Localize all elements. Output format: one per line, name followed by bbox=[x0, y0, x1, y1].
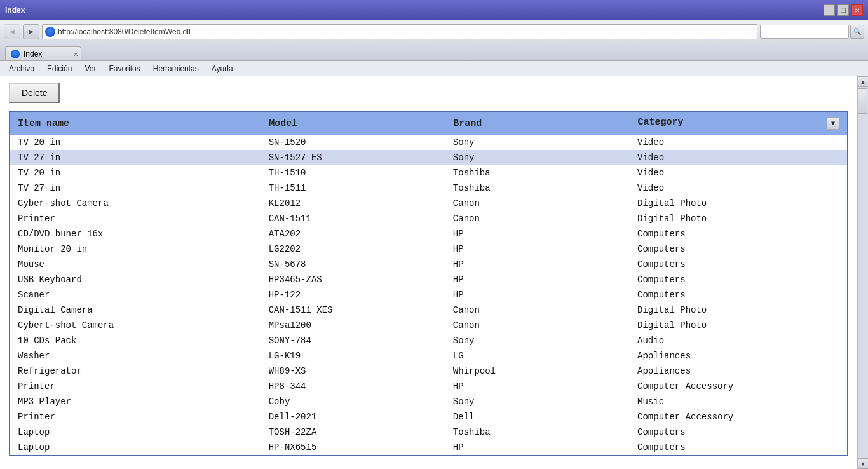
table-row[interactable]: PrinterCAN-1511CanonDigital Photo bbox=[10, 211, 848, 226]
data-table: Item name Model Brand Category ▼ TV 20 i… bbox=[9, 111, 848, 456]
scroll-up-button[interactable]: ▲ bbox=[858, 76, 869, 87]
cell-name: CD/DVD buner 16x bbox=[10, 226, 261, 241]
table-row[interactable]: Cyber-shot CameraKL2012CanonDigital Phot… bbox=[10, 196, 848, 211]
address-input[interactable] bbox=[58, 27, 754, 36]
cell-category: Appliances bbox=[630, 364, 848, 379]
table-row[interactable]: TV 27 inTH-1511ToshibaVideo bbox=[10, 180, 848, 196]
cell-category: Computers bbox=[630, 425, 848, 440]
cell-brand: HP bbox=[445, 287, 630, 302]
table-row[interactable]: PrinterDell-2021DellComputer Accessory bbox=[10, 409, 848, 425]
cell-name: Printer bbox=[10, 379, 261, 394]
cell-name: Laptop bbox=[10, 425, 261, 440]
table-row[interactable]: Monitor 20 inLG2202HPComputers bbox=[10, 241, 848, 257]
cell-category: Video bbox=[630, 150, 848, 165]
menu-item-edición[interactable]: Edición bbox=[41, 61, 78, 76]
window-title: Index bbox=[5, 6, 25, 15]
cell-brand: Canon bbox=[445, 318, 630, 333]
menu-item-ver[interactable]: Ver bbox=[78, 61, 102, 76]
cell-category: Digital Photo bbox=[630, 196, 848, 211]
table-row[interactable]: Digital CameraCAN-1511 XESCanonDigital P… bbox=[10, 302, 848, 318]
cell-brand: Dell bbox=[445, 409, 630, 425]
tab-bar: Index ✕ bbox=[0, 43, 868, 61]
cell-model: Dell-2021 bbox=[261, 409, 445, 425]
cell-name: TV 20 in bbox=[10, 135, 261, 150]
cell-name: Scaner bbox=[10, 287, 261, 302]
category-dropdown-button[interactable]: ▼ bbox=[827, 117, 839, 130]
cell-model: KL2012 bbox=[261, 196, 445, 211]
table-row[interactable]: PrinterHP8-344HPComputer Accessory bbox=[10, 379, 848, 394]
table-row[interactable]: USB KeyboardHP3465-ZASHPComputers bbox=[10, 272, 848, 287]
forward-button[interactable]: ► bbox=[23, 24, 39, 39]
search-go-button[interactable]: 🔍 bbox=[850, 25, 864, 39]
browser-content-wrap: Delete Item name Model Brand Category ▼ bbox=[0, 76, 868, 469]
tab-title: Index bbox=[24, 50, 42, 58]
col-header-name: Item name bbox=[10, 111, 261, 135]
menu-item-herramientas[interactable]: Herramientas bbox=[147, 61, 205, 76]
table-header-row: Item name Model Brand Category ▼ bbox=[10, 111, 848, 135]
cell-brand: Toshiba bbox=[445, 180, 630, 196]
tab-close-button[interactable]: ✕ bbox=[73, 50, 78, 57]
cell-category: Computer Accessory bbox=[630, 379, 848, 394]
cell-category: Computers bbox=[630, 257, 848, 272]
scroll-down-button[interactable]: ▼ bbox=[858, 458, 869, 469]
cell-brand: HP bbox=[445, 241, 630, 257]
cell-category: Video bbox=[630, 135, 848, 150]
tab-index[interactable]: Index ✕ bbox=[5, 46, 81, 60]
col-header-brand: Brand bbox=[445, 111, 630, 135]
cell-brand: Canon bbox=[445, 211, 630, 226]
cell-name: Cybert-shot Camera bbox=[10, 318, 261, 333]
table-row[interactable]: ScanerHP-122HPComputers bbox=[10, 287, 848, 302]
table-row[interactable]: LaptopTOSH-22ZAToshibaComputers bbox=[10, 425, 848, 440]
back-button[interactable]: ◄ bbox=[4, 24, 20, 39]
cell-brand: Sony bbox=[445, 150, 630, 165]
table-row[interactable]: TV 20 inTH-1510ToshibaVideo bbox=[10, 165, 848, 180]
close-button[interactable]: ✕ bbox=[851, 4, 863, 16]
cell-model: CAN-1511 bbox=[261, 211, 445, 226]
cell-model: HP3465-ZAS bbox=[261, 272, 445, 287]
cell-model: MPsa1200 bbox=[261, 318, 445, 333]
restore-button[interactable]: ❐ bbox=[837, 4, 849, 16]
cell-name: Printer bbox=[10, 211, 261, 226]
menu-bar: ArchivoEdiciónVerFavoritosHerramientasAy… bbox=[0, 61, 868, 76]
right-scrollbar: ▲ ▼ bbox=[857, 76, 868, 469]
table-row[interactable]: 10 CDs PackSONY-784SonyAudio bbox=[10, 333, 848, 348]
table-row[interactable]: RefrigeratorWH89-XSWhirpoolAppliances bbox=[10, 364, 848, 379]
scroll-thumb[interactable] bbox=[858, 88, 867, 114]
delete-button[interactable]: Delete bbox=[9, 83, 60, 103]
table-row[interactable]: TV 27 inSN-1527 ESSonyVideo bbox=[10, 150, 848, 165]
scroll-track[interactable] bbox=[858, 87, 868, 458]
menu-item-ayuda[interactable]: Ayuda bbox=[205, 61, 240, 76]
cell-brand: Sony bbox=[445, 394, 630, 409]
cell-brand: Canon bbox=[445, 302, 630, 318]
cell-brand: Whirpool bbox=[445, 364, 630, 379]
cell-category: Video bbox=[630, 165, 848, 180]
cell-name: 10 CDs Pack bbox=[10, 333, 261, 348]
window-chrome: Index – ❐ ✕ bbox=[0, 0, 868, 20]
cell-name: Printer bbox=[10, 409, 261, 425]
browser-content: Delete Item name Model Brand Category ▼ bbox=[0, 76, 857, 469]
menu-item-favoritos[interactable]: Favoritos bbox=[102, 61, 146, 76]
table-row[interactable]: MP3 PlayerCobySonyMusic bbox=[10, 394, 848, 409]
table-body: TV 20 inSN-1520SonyVideoTV 27 inSN-1527 … bbox=[10, 135, 848, 456]
table-row[interactable]: Cybert-shot CameraMPsa1200CanonDigital P… bbox=[10, 318, 848, 333]
table-row[interactable]: WasherLG-K19LGAppliances bbox=[10, 348, 848, 364]
minimize-button[interactable]: – bbox=[824, 4, 835, 16]
table-row[interactable]: LaptopHP-NX6515HPComputers bbox=[10, 440, 848, 456]
cell-model: LG-K19 bbox=[261, 348, 445, 364]
cell-name: Mouse bbox=[10, 257, 261, 272]
cell-name: Digital Camera bbox=[10, 302, 261, 318]
cell-name: TV 27 in bbox=[10, 150, 261, 165]
table-row[interactable]: TV 20 inSN-1520SonyVideo bbox=[10, 135, 848, 150]
col-header-model: Model bbox=[261, 111, 445, 135]
cell-model: CAN-1511 XES bbox=[261, 302, 445, 318]
cell-category: Computer Accessory bbox=[630, 409, 848, 425]
search-input[interactable] bbox=[760, 25, 849, 39]
cell-model: TH-1511 bbox=[261, 180, 445, 196]
table-row[interactable]: MouseSN-5678HPComputers bbox=[10, 257, 848, 272]
cell-model: Coby bbox=[261, 394, 445, 409]
cell-model: SN-5678 bbox=[261, 257, 445, 272]
cell-model: LG2202 bbox=[261, 241, 445, 257]
table-row[interactable]: CD/DVD buner 16xATA202HPComputers bbox=[10, 226, 848, 241]
cell-category: Video bbox=[630, 180, 848, 196]
menu-item-archivo[interactable]: Archivo bbox=[3, 61, 41, 76]
